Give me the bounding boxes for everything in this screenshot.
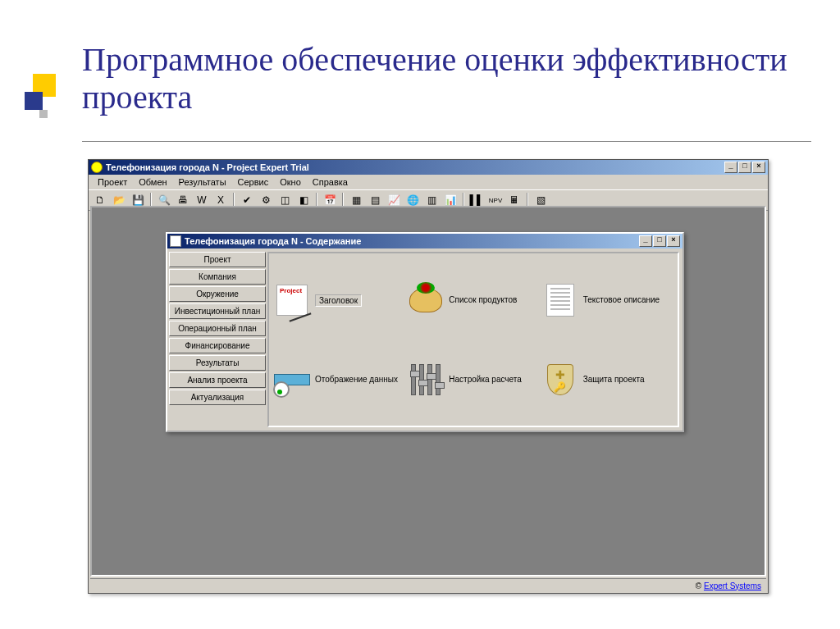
item-display-label: Отображение данных [315,375,398,384]
tab-actualization[interactable]: Актуализация [169,390,266,405]
content-window-icon [170,235,181,247]
app-window: Телефонизация города N - Project Expert … [88,159,769,594]
status-link[interactable]: Expert Systems [704,581,761,590]
slide-title: Программное обеспечение оценки эффективн… [82,41,807,116]
item-calc-setup[interactable]: Настройка расчета [408,341,538,417]
shield-icon [547,364,573,395]
caliper-icon [274,374,310,385]
sliders-icon [409,364,442,395]
tab-environment[interactable]: Окружение [169,286,266,302]
child-minimize-button[interactable]: _ [639,235,652,247]
item-products-label: Список продуктов [449,295,517,304]
item-products[interactable]: Список продуктов [408,262,538,338]
item-header-label: Заголовок [315,294,362,307]
tab-project[interactable]: Проект [169,252,266,267]
section-tabs: Проект Компания Окружение Инвестиционный… [167,248,267,431]
app-title: Телефонизация города N - Project Expert … [106,162,724,172]
menu-project[interactable]: Проект [92,176,133,188]
menu-results[interactable]: Результаты [173,176,232,188]
mdi-workspace: Телефонизация города N - Содержание _ □ … [90,206,766,577]
basket-icon [409,288,442,312]
tab-analysis[interactable]: Анализ проекта [169,372,266,388]
tab-operational-plan[interactable]: Операционный план [169,321,266,336]
minimize-button[interactable]: _ [724,162,737,173]
slide-decoration [25,74,66,139]
tab-financing[interactable]: Финансирование [169,338,266,353]
copyright-icon: © [696,581,704,590]
item-protection[interactable]: Защита проекта [542,341,673,417]
item-header[interactable]: Заголовок [274,262,404,338]
content-title: Телефонизация города N - Содержание [185,236,639,246]
item-protect-label: Защита проекта [583,375,645,384]
tab-results[interactable]: Результаты [169,355,266,371]
menu-help[interactable]: Справка [307,176,354,188]
item-calcsetup-label: Настройка расчета [449,375,522,384]
child-close-button[interactable]: × [667,235,680,247]
slide-divider [82,141,811,142]
app-titlebar[interactable]: Телефонизация города N - Project Expert … [89,160,768,175]
maximize-button[interactable]: □ [738,162,751,173]
item-data-display[interactable]: Отображение данных [274,341,404,417]
menu-service[interactable]: Сервис [232,176,275,188]
content-window: Телефонизация города N - Содержание _ □ … [166,232,684,432]
app-icon [91,162,103,173]
menu-bar: Проект Обмен Результаты Сервис Окно Спра… [89,175,768,189]
content-pane: Заголовок Список продуктов Текстовое опи… [267,252,679,427]
menu-exchange[interactable]: Обмен [133,176,172,188]
item-textdesc-label: Текстовое описание [583,295,660,304]
content-titlebar[interactable]: Телефонизация города N - Содержание _ □ … [167,234,682,248]
tab-investment-plan[interactable]: Инвестиционный план [169,303,266,319]
status-bar: © Expert Systems [90,578,766,592]
close-button[interactable]: × [752,162,765,173]
project-card-icon [276,285,308,316]
document-icon [546,284,574,317]
item-text-description[interactable]: Текстовое описание [542,262,673,338]
tab-company[interactable]: Компания [169,269,266,285]
child-maximize-button[interactable]: □ [653,235,666,247]
menu-window[interactable]: Окно [274,176,307,188]
